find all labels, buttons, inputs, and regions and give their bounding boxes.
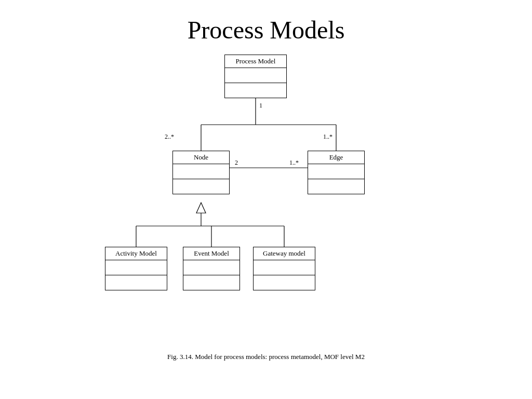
page-title: Process Models: [0, 0, 532, 49]
label-node-mult: 2..*: [165, 133, 174, 140]
gateway-model-attr: [254, 260, 315, 275]
activity-model-box: Activity Model: [105, 247, 167, 290]
event-model-attr: [183, 260, 240, 275]
activity-model-attr: [105, 260, 167, 275]
event-model-ops: [183, 275, 240, 290]
process-model-name: Process Model: [225, 55, 286, 68]
node-ops: [173, 179, 229, 194]
gateway-model-name: Gateway model: [254, 247, 315, 260]
diagram-container: 1 2..* 1..* 2 1..* Process Model Node Ed…: [84, 49, 448, 351]
label-1: 1: [259, 102, 262, 109]
edge-attr: [308, 164, 364, 179]
edge-name: Edge: [308, 151, 364, 164]
node-box: Node: [172, 151, 230, 194]
edge-ops: [308, 179, 364, 194]
process-model-attr: [225, 68, 286, 83]
activity-model-name: Activity Model: [105, 247, 167, 260]
node-attr: [173, 164, 229, 179]
gateway-model-ops: [254, 275, 315, 290]
event-model-name: Event Model: [183, 247, 240, 260]
inheritance-arrow: [196, 203, 206, 213]
label-assoc-1star: 1..*: [289, 159, 299, 166]
figure-caption: Fig. 3.14. Model for process models: pro…: [0, 353, 532, 361]
event-model-box: Event Model: [183, 247, 240, 290]
edge-box: Edge: [308, 151, 365, 194]
gateway-model-box: Gateway model: [253, 247, 315, 290]
label-edge-mult: 1..*: [323, 133, 332, 140]
label-assoc-2: 2: [235, 159, 238, 166]
activity-model-ops: [105, 275, 167, 290]
process-model-box: Process Model: [224, 55, 287, 98]
node-name: Node: [173, 151, 229, 164]
process-model-ops: [225, 83, 286, 98]
